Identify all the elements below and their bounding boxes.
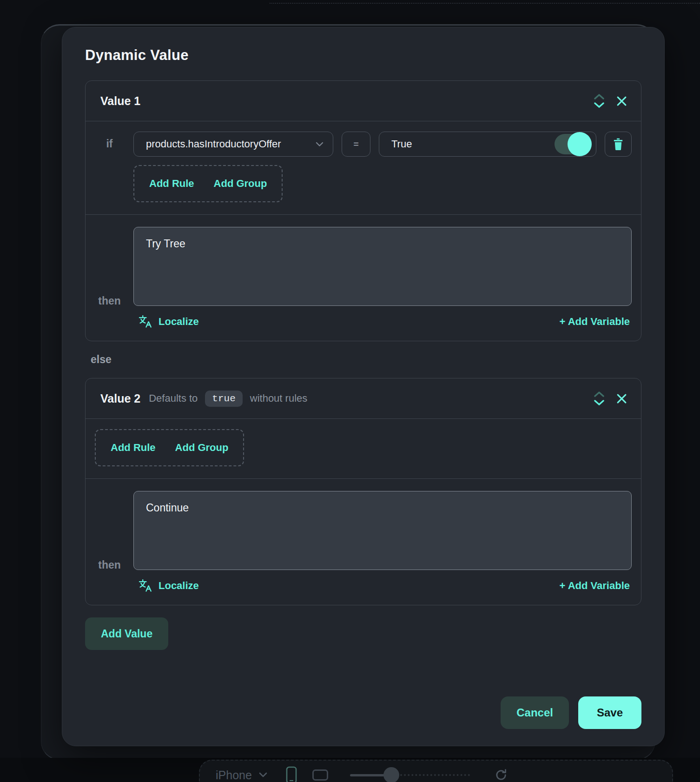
- refresh-button[interactable]: [494, 768, 508, 782]
- save-button[interactable]: Save: [578, 696, 641, 729]
- condition-field-value: products.hasIntroductoryOffer: [146, 138, 281, 150]
- device-preview-toolbar: iPhone: [199, 760, 673, 782]
- condition-row: products.hasIntroductoryOffer = True: [133, 132, 632, 157]
- value1-if-section: if products.hasIntroductoryOffer = True: [86, 121, 641, 215]
- defaults-prefix: Defaults to: [149, 392, 198, 404]
- value2-then-section: then Continue Localize + Add Variable: [86, 479, 641, 605]
- cancel-button[interactable]: Cancel: [501, 696, 569, 729]
- value1-then-section: then Try Tree Localize + Add Variable: [86, 215, 641, 341]
- value2-add-rule-group-box: Add Rule Add Group: [95, 429, 244, 466]
- condition-value-label: True: [391, 138, 412, 150]
- value2-rules-section: Add Rule Add Group: [86, 419, 641, 479]
- portrait-mode-button[interactable]: [286, 766, 297, 782]
- refresh-icon: [494, 768, 508, 782]
- delete-rule-button[interactable]: [605, 132, 632, 157]
- value2-close-button[interactable]: [616, 393, 627, 404]
- modal-title: Dynamic Value: [85, 47, 641, 64]
- value2-title: Value 2: [100, 392, 140, 405]
- toggle-knob: [568, 132, 592, 156]
- dynamic-value-modal: Dynamic Value Value 1 if pr: [62, 27, 665, 746]
- value2-add-rule-button[interactable]: Add Rule: [111, 442, 156, 454]
- top-dotted-divider: [270, 3, 700, 4]
- chevron-down-icon: [594, 400, 604, 405]
- landscape-mode-button[interactable]: [312, 769, 329, 781]
- localize-label: Localize: [158, 580, 199, 592]
- then-keyword: then: [98, 559, 121, 571]
- phone-icon: [286, 766, 297, 782]
- device-select[interactable]: iPhone: [216, 769, 267, 782]
- value2-add-variable-button[interactable]: + Add Variable: [560, 580, 630, 592]
- value2-card: Value 2 Defaults to true without rules A…: [85, 378, 641, 605]
- chevron-up-icon: [594, 391, 604, 397]
- defaults-code-chip: true: [205, 391, 242, 407]
- modal-footer: Cancel Save: [85, 696, 641, 729]
- chevron-up-icon: [594, 94, 604, 99]
- value2-default-note: Defaults to true without rules: [149, 391, 307, 407]
- condition-value-field[interactable]: True: [379, 132, 596, 157]
- chevron-down-icon: [594, 102, 604, 108]
- else-keyword: else: [91, 353, 641, 366]
- operator-select[interactable]: =: [342, 132, 370, 157]
- value2-then-textarea[interactable]: Continue: [133, 491, 632, 570]
- close-icon: [616, 96, 627, 106]
- select-caret-icon: [316, 142, 324, 147]
- localize-label: Localize: [158, 316, 199, 328]
- value2-add-group-button[interactable]: Add Group: [175, 442, 229, 454]
- value2-header: Value 2 Defaults to true without rules: [86, 378, 641, 419]
- zoom-slider[interactable]: [350, 767, 470, 782]
- value1-then-textarea[interactable]: Try Tree: [133, 227, 632, 306]
- value1-card: Value 1 if products.hasIntroductoryOffer: [85, 80, 641, 341]
- add-value-button[interactable]: Add Value: [85, 617, 168, 650]
- value1-reorder-button[interactable]: [594, 94, 604, 108]
- value1-localize-button[interactable]: Localize: [138, 314, 199, 329]
- then-keyword: then: [98, 295, 121, 307]
- condition-field-select[interactable]: products.hasIntroductoryOffer: [133, 132, 333, 157]
- value2-reorder-button[interactable]: [594, 391, 604, 405]
- value1-add-group-button[interactable]: Add Group: [214, 178, 267, 190]
- value1-title: Value 1: [100, 94, 140, 108]
- value1-add-rule-button[interactable]: Add Rule: [149, 178, 194, 190]
- value2-localize-button[interactable]: Localize: [138, 578, 199, 593]
- value1-header: Value 1: [86, 81, 641, 121]
- if-keyword: if: [106, 138, 112, 202]
- device-name: iPhone: [216, 769, 252, 782]
- value1-add-variable-button[interactable]: + Add Variable: [560, 316, 630, 328]
- defaults-suffix: without rules: [250, 392, 308, 404]
- slider-track-remaining: [400, 774, 470, 776]
- value1-close-button[interactable]: [616, 96, 627, 106]
- translate-icon: [138, 578, 152, 593]
- condition-boolean-toggle[interactable]: [555, 134, 591, 154]
- trash-icon: [612, 138, 624, 151]
- operator-value: =: [353, 139, 359, 150]
- slider-knob[interactable]: [383, 767, 399, 782]
- translate-icon: [138, 314, 152, 329]
- value1-add-rule-group-box: Add Rule Add Group: [133, 165, 283, 202]
- landscape-icon: [312, 769, 329, 781]
- close-icon: [616, 393, 627, 404]
- chevron-down-icon: [259, 772, 267, 778]
